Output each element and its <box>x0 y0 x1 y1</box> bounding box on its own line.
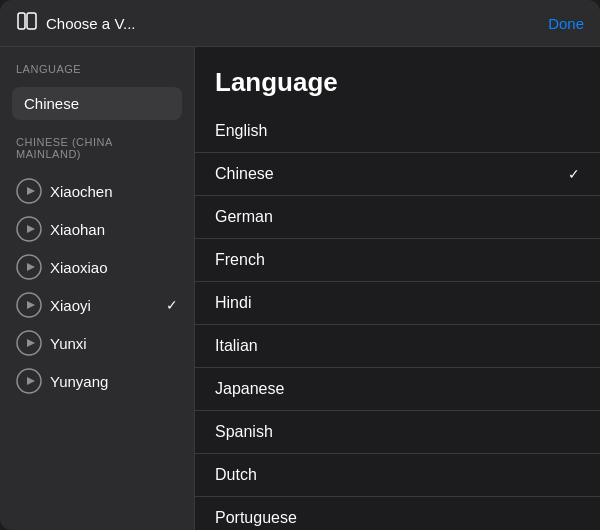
main-layout: LANGUAGE Chinese CHINESE (CHINA MAINLAND… <box>0 47 600 530</box>
svg-marker-7 <box>27 263 35 271</box>
svg-marker-3 <box>27 187 35 195</box>
language-list-item[interactable]: Dutch <box>195 454 600 497</box>
sidebar-toggle-icon[interactable] <box>16 10 38 36</box>
play-icon <box>16 330 42 356</box>
voice-item[interactable]: Yunxi <box>12 324 182 362</box>
svg-marker-9 <box>27 301 35 309</box>
voice-name: Xiaohan <box>50 221 178 238</box>
voice-item[interactable]: Xiaoyi ✓ <box>12 286 182 324</box>
language-list-item[interactable]: Hindi <box>195 282 600 325</box>
voice-name: Xiaoyi <box>50 297 158 314</box>
language-list-item[interactable]: German <box>195 196 600 239</box>
lang-name: Portuguese <box>215 509 297 527</box>
right-panel: Language English Chinese ✓ German French… <box>195 47 600 530</box>
lang-name: French <box>215 251 265 269</box>
svg-marker-11 <box>27 339 35 347</box>
top-bar: Choose a V... Done <box>0 0 600 47</box>
play-icon <box>16 254 42 280</box>
lang-name: Japanese <box>215 380 284 398</box>
voice-name: Yunyang <box>50 373 178 390</box>
voice-item[interactable]: Xiaoxiao <box>12 248 182 286</box>
lang-name: English <box>215 122 267 140</box>
language-selector[interactable]: Chinese <box>12 87 182 120</box>
language-list-item[interactable]: Italian <box>195 325 600 368</box>
voice-name: Xiaoxiao <box>50 259 178 276</box>
lang-selected-check: ✓ <box>568 166 580 182</box>
voice-item[interactable]: Xiaochen <box>12 172 182 210</box>
svg-marker-5 <box>27 225 35 233</box>
top-bar-left: Choose a V... <box>16 10 136 36</box>
play-icon <box>16 368 42 394</box>
lang-name: German <box>215 208 273 226</box>
topbar-title: Choose a V... <box>46 15 136 32</box>
voice-name: Xiaochen <box>50 183 178 200</box>
svg-marker-13 <box>27 377 35 385</box>
language-list-item[interactable]: Chinese ✓ <box>195 153 600 196</box>
language-list: English Chinese ✓ German French Hindi It… <box>195 110 600 530</box>
language-list-item[interactable]: English <box>195 110 600 153</box>
lang-name: Hindi <box>215 294 251 312</box>
lang-name: Dutch <box>215 466 257 484</box>
voice-item[interactable]: Xiaohan <box>12 210 182 248</box>
language-list-item[interactable]: Spanish <box>195 411 600 454</box>
language-list-item[interactable]: French <box>195 239 600 282</box>
play-icon <box>16 292 42 318</box>
lang-name: Italian <box>215 337 258 355</box>
voice-selected-check: ✓ <box>166 297 178 313</box>
play-icon <box>16 178 42 204</box>
done-button[interactable]: Done <box>548 15 584 32</box>
svg-rect-1 <box>27 13 36 29</box>
voice-name: Yunxi <box>50 335 178 352</box>
voices-section-label: CHINESE (CHINA MAINLAND) <box>12 136 182 160</box>
language-list-item[interactable]: Portuguese <box>195 497 600 530</box>
svg-rect-0 <box>18 13 25 29</box>
lang-name: Spanish <box>215 423 273 441</box>
language-section-label: LANGUAGE <box>12 63 182 75</box>
voice-item[interactable]: Yunyang <box>12 362 182 400</box>
play-icon <box>16 216 42 242</box>
left-sidebar: LANGUAGE Chinese CHINESE (CHINA MAINLAND… <box>0 47 195 530</box>
language-heading: Language <box>195 63 600 110</box>
language-list-item[interactable]: Japanese <box>195 368 600 411</box>
voices-list: Xiaochen Xiaohan Xiaoxiao Xiaoyi ✓ <box>12 172 182 400</box>
lang-name: Chinese <box>215 165 274 183</box>
